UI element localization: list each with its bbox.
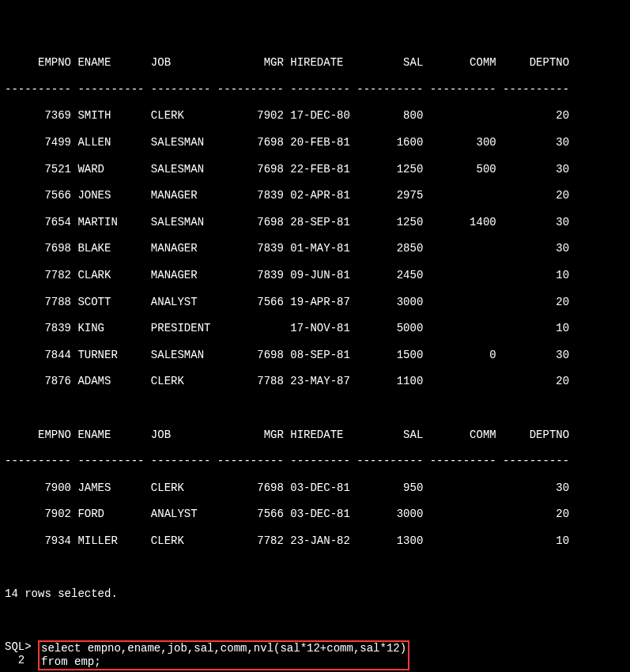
table-row: 7876 ADAMS CLERK 7788 23-MAY-87 1100 20	[5, 375, 625, 388]
table-row: 7788 SCOTT ANALYST 7566 19-APR-87 3000 2…	[5, 296, 625, 309]
blank-line	[5, 614, 625, 628]
rows-selected-message: 14 rows selected.	[5, 587, 625, 601]
table-row: 7782 CLARK MANAGER 7839 09-JUN-81 2450 1…	[5, 269, 625, 282]
sql-prompt-label: SQL> 2	[5, 640, 38, 667]
table-row: 7566 JONES MANAGER 7839 02-APR-81 2975 2…	[5, 189, 625, 202]
sql-query-line: from emp;	[41, 655, 101, 668]
table-row: 7499 ALLEN SALESMAN 7698 20-FEB-81 1600 …	[5, 136, 625, 149]
table-row: 7902 FORD ANALYST 7566 03-DEC-81 3000 20	[5, 508, 625, 521]
sql-query-line: select empno,ename,job,sal,comm,nvl(sal*…	[41, 642, 406, 655]
table-row: 7934 MILLER CLERK 7782 23-JAN-82 1300 10	[5, 534, 625, 548]
table-row: 7698 BLAKE MANAGER 7839 01-MAY-81 2850 3…	[5, 242, 625, 255]
table1b-separator: ---------- ---------- --------- --------…	[5, 455, 625, 468]
table-row: 7900 JAMES CLERK 7698 03-DEC-81 950 30	[5, 481, 625, 495]
sql-prompt-block: SQL> 2 select empno,ename,job,sal,comm,n…	[5, 640, 625, 670]
table1-separator: ---------- ---------- --------- --------…	[5, 83, 625, 96]
blank-line	[5, 561, 625, 574]
table-row: 7844 TURNER SALESMAN 7698 08-SEP-81 1500…	[5, 349, 625, 362]
table-row: 7369 SMITH CLERK 7902 17-DEC-80 800 20	[5, 109, 625, 123]
table-row: 7839 KING PRESIDENT 17-NOV-81 5000 10	[5, 322, 625, 335]
sql-query-highlight[interactable]: select empno,ename,job,sal,comm,nvl(sal*…	[38, 640, 409, 670]
table-row: 7521 WARD SALESMAN 7698 22-FEB-81 1250 5…	[5, 163, 625, 176]
table1b-header: EMPNO ENAME JOB MGR HIREDATE SAL COMM DE…	[5, 428, 625, 442]
blank-line	[5, 402, 625, 415]
table1-header: EMPNO ENAME JOB MGR HIREDATE SAL COMM DE…	[5, 56, 625, 70]
table-row: 7654 MARTIN SALESMAN 7698 28-SEP-81 1250…	[5, 216, 625, 229]
